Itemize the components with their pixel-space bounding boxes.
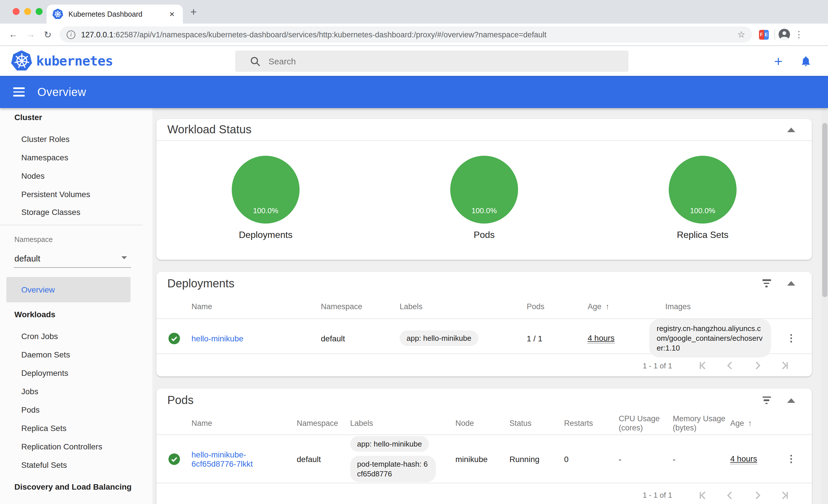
sidebar-item-cron-jobs[interactable]: Cron Jobs — [21, 329, 58, 343]
window-controls[interactable] — [13, 8, 43, 15]
collapse-icon[interactable] — [787, 281, 795, 286]
collapse-icon[interactable] — [787, 127, 795, 132]
filter-icon[interactable] — [762, 280, 771, 287]
sidebar-item-pods[interactable]: Pods — [21, 403, 40, 417]
main-content: Workload Status 100.0% Deployments 100.0… — [152, 108, 828, 504]
new-tab-icon[interactable]: + — [190, 6, 197, 17]
forward-icon[interactable]: → — [22, 29, 39, 40]
next-page-icon[interactable] — [750, 488, 764, 502]
last-page-icon[interactable] — [777, 359, 791, 372]
reload-icon[interactable]: ↻ — [39, 29, 56, 40]
filter-icon[interactable] — [762, 397, 771, 404]
row-menu-icon[interactable]: ⋮ — [784, 453, 798, 465]
sidebar-item-stateful-sets[interactable]: Stateful Sets — [21, 458, 67, 472]
column-header-memory[interactable]: Memory Usage (bytes) — [673, 414, 730, 432]
sidebar-header-workloads: Workloads — [14, 308, 55, 321]
pod-name-link[interactable]: hello-minikube-6cf65d8776-7lkkt — [192, 450, 253, 468]
column-header-name[interactable]: Name — [192, 302, 321, 311]
url-input[interactable]: i 127.0.0.1:62587/api/v1/namespaces/kube… — [60, 27, 752, 43]
deployment-name-link[interactable]: hello-minikube — [192, 334, 244, 343]
column-header-restarts[interactable]: Restarts — [564, 419, 619, 428]
table-row: hello-minikube default app: hello-miniku… — [156, 319, 812, 354]
column-header-age[interactable]: Age↑ — [588, 302, 656, 312]
previous-page-icon[interactable] — [723, 359, 737, 372]
next-page-icon[interactable] — [750, 359, 764, 372]
brand-wordmark[interactable]: kubernetes — [36, 53, 113, 68]
extension-icon[interactable]: F E — [759, 30, 769, 39]
column-header-name[interactable]: Name — [192, 419, 297, 428]
sidebar-item-storage-classes[interactable]: Storage Classes — [21, 205, 80, 219]
collapse-icon[interactable] — [787, 398, 795, 403]
sidebar-item-jobs[interactable]: Jobs — [21, 384, 38, 398]
divider — [14, 267, 131, 268]
notifications-bell-icon[interactable] — [800, 55, 812, 67]
deployment-namespace: default — [321, 334, 400, 343]
browser-address-bar: ← → ↻ i 127.0.0.1:62587/api/v1/namespace… — [0, 24, 828, 46]
window-minimize-button[interactable] — [24, 8, 31, 15]
scrollbar-track[interactable] — [821, 108, 828, 504]
search-bar[interactable] — [235, 51, 628, 72]
create-resource-icon[interactable]: + — [774, 54, 783, 68]
sidebar-item-namespaces[interactable]: Namespaces — [21, 150, 68, 164]
namespace-select[interactable]: default — [14, 252, 40, 266]
search-input[interactable] — [267, 56, 628, 67]
url-host: 127.0.0.1 — [81, 30, 114, 39]
first-page-icon[interactable] — [696, 488, 710, 502]
workload-status-card: Workload Status 100.0% Deployments 100.0… — [156, 119, 812, 260]
kubernetes-logo — [11, 50, 32, 72]
status-ok-icon — [156, 332, 192, 344]
deployments-donut-value: 100.0% — [232, 206, 299, 215]
column-header-age[interactable]: Age↑ — [730, 418, 784, 428]
card-title: Workload Status — [167, 123, 787, 136]
label-chip: app: hello-minikube — [400, 330, 478, 346]
page-toolbar: Overview — [0, 76, 828, 108]
menu-hamburger-icon[interactable] — [13, 88, 25, 97]
profile-avatar[interactable] — [779, 29, 790, 40]
card-title: Pods — [167, 394, 762, 407]
chevron-down-icon[interactable] — [121, 256, 127, 259]
previous-page-icon[interactable] — [723, 488, 737, 502]
column-header-pods[interactable]: Pods — [527, 302, 588, 311]
column-header-images[interactable]: Images — [656, 302, 784, 311]
sidebar-item-deployments[interactable]: Deployments — [21, 366, 68, 380]
first-page-icon[interactable] — [696, 359, 710, 372]
sort-ascending-icon: ↑ — [748, 418, 752, 427]
column-header-node[interactable]: Node — [455, 419, 509, 428]
last-page-icon[interactable] — [777, 488, 791, 502]
pods-donut: 100.0% Pods — [375, 141, 593, 240]
column-header-status[interactable]: Status — [509, 419, 564, 428]
sidebar-header-cluster: Cluster — [14, 110, 42, 124]
sidebar-item-replication-controllers[interactable]: Replication Controllers — [21, 440, 102, 453]
site-info-icon[interactable]: i — [67, 30, 75, 39]
table-row: hello-minikube-6cf65d8776-7lkkt default … — [156, 435, 812, 483]
divider — [0, 225, 142, 225]
column-header-cpu[interactable]: CPU Usage (cores) — [619, 414, 673, 432]
pod-cpu: - — [619, 454, 673, 463]
row-menu-icon[interactable]: ⋮ — [784, 332, 798, 344]
window-close-button[interactable] — [13, 8, 19, 15]
sidebar-item-persistent-volumes[interactable]: Persistent Volumes — [21, 187, 90, 201]
sidebar-item-nodes[interactable]: Nodes — [21, 169, 45, 183]
column-header-namespace[interactable]: Namespace — [321, 302, 400, 311]
sidebar-item-replica-sets[interactable]: Replica Sets — [21, 421, 67, 435]
browser-tab[interactable]: Kubernetes Dashboard ✕ — [47, 5, 183, 24]
back-icon[interactable]: ← — [5, 29, 22, 40]
url-text[interactable]: 127.0.0.1:62587/api/v1/namespaces/kubern… — [81, 30, 733, 39]
deployment-age: 4 hours — [588, 333, 614, 343]
deployments-donut-label: Deployments — [239, 230, 293, 240]
column-header-namespace[interactable]: Namespace — [297, 419, 350, 428]
browser-tab-strip: Kubernetes Dashboard ✕ + — [0, 0, 828, 24]
sidebar-item-daemon-sets[interactable]: Daemon Sets — [21, 348, 70, 362]
column-header-labels[interactable]: Labels — [400, 302, 527, 311]
sidebar-item-overview[interactable]: Overview — [6, 277, 130, 302]
scrollbar-thumb[interactable] — [822, 123, 827, 297]
window-zoom-button[interactable] — [36, 8, 43, 15]
page-title: Overview — [37, 85, 86, 99]
pod-memory: - — [673, 454, 730, 463]
tab-close-icon[interactable]: ✕ — [167, 9, 177, 19]
column-header-labels[interactable]: Labels — [350, 419, 455, 428]
sidebar-item-cluster-roles[interactable]: Cluster Roles — [21, 132, 70, 146]
browser-menu-icon[interactable]: ⋮ — [795, 29, 803, 40]
bookmark-star-icon[interactable]: ☆ — [737, 29, 745, 40]
status-ok-icon — [156, 453, 192, 465]
